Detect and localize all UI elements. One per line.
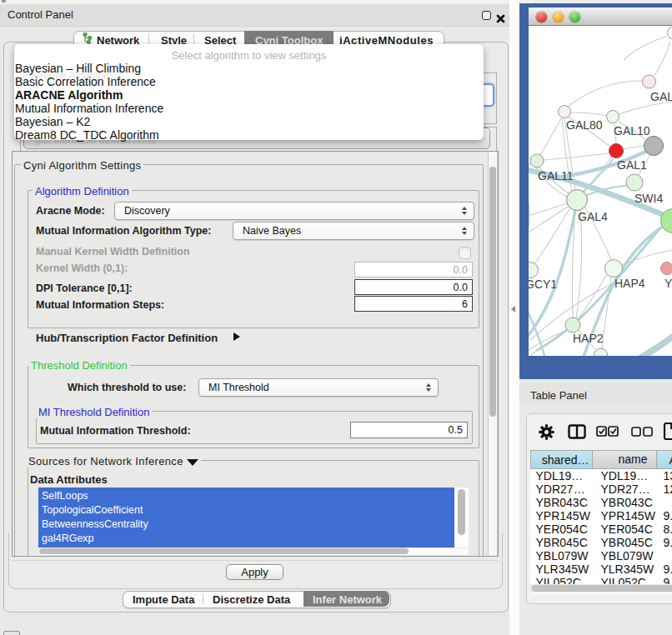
svg-text:GAL4: GAL4 [578, 210, 608, 223]
svg-text:Y: Y [664, 277, 672, 290]
svg-text:GAL80: GAL80 [566, 118, 603, 132]
svg-text:GAL10: GAL10 [614, 124, 650, 138]
svg-text:SWI4: SWI4 [634, 192, 663, 205]
svg-text:GAL1: GAL1 [617, 158, 647, 172]
svg-text:HAP2: HAP2 [573, 332, 604, 345]
svg-text:GCY1: GCY1 [529, 278, 557, 291]
svg-text:GAL11: GAL11 [538, 169, 574, 182]
svg-text:HAP4: HAP4 [614, 277, 645, 290]
svg-text:GAL: GAL [650, 90, 672, 103]
